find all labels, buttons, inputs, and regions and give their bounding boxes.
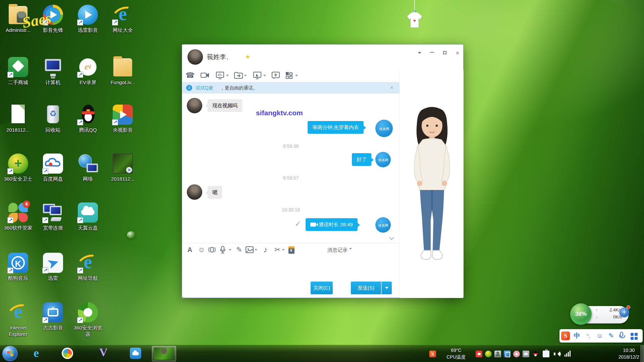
camera-icon[interactable] xyxy=(523,351,529,357)
desktop-icon-ev[interactable]: ev EV录屏 xyxy=(72,56,104,85)
screenshot-icon[interactable]: ✂ xyxy=(273,246,282,254)
qmic-link[interactable]: 试试Q麦 xyxy=(196,82,213,94)
input-toolbar: A ☺ ✎ ♪ ✂ 消息记录 xyxy=(182,243,399,256)
minimize-button[interactable] xyxy=(427,49,437,57)
volume-icon[interactable] xyxy=(553,351,560,357)
desktop-icon-video-file[interactable]: 2018112... xyxy=(107,153,139,182)
desktop-icon-ie[interactable]: e Internet Explorer xyxy=(2,302,34,337)
self-avatar[interactable]: 借条网 xyxy=(375,217,391,233)
notification-dot xyxy=(627,305,630,309)
desktop-icon-url-nav[interactable]: e 网址导航 xyxy=(72,252,104,281)
message-input[interactable] xyxy=(182,257,399,282)
taskbar-cloud-app-icon[interactable] xyxy=(130,348,143,360)
send-button[interactable]: 发送(S) xyxy=(351,282,381,294)
memory-ball[interactable]: 38% xyxy=(570,303,592,325)
red-packet-icon[interactable] xyxy=(288,246,294,254)
jiji-icon xyxy=(42,302,64,323)
start-button[interactable] xyxy=(2,346,18,361)
apps-grid-icon[interactable] xyxy=(285,71,295,80)
window-menu-button[interactable] xyxy=(415,49,425,57)
desktop-icon-baidu-netdisk[interactable]: 百度网盘 xyxy=(37,153,69,182)
chinese-mode-icon[interactable]: 中 xyxy=(572,331,582,341)
emoticon-icon[interactable]: ☺ xyxy=(197,246,206,254)
emoji-icon[interactable]: ☺ xyxy=(595,331,604,341)
taskbar-sogou-browser-icon[interactable] xyxy=(62,348,74,360)
file-transfer-icon[interactable] xyxy=(234,71,244,80)
desktop-icon-secondhand-mall[interactable]: 二手商城 xyxy=(2,56,34,85)
voice-call-icon[interactable]: ☎ xyxy=(185,71,196,80)
mall-icon xyxy=(7,56,29,78)
video-call-icon[interactable] xyxy=(200,71,210,80)
taskbar-ie-icon[interactable]: e xyxy=(34,346,46,359)
self-avatar[interactable]: 借条网 xyxy=(375,120,393,137)
taskbar-v-app-icon[interactable]: V xyxy=(99,346,112,359)
desktop-icon-xunlei-player[interactable]: 迅雷影音 xyxy=(72,4,104,33)
handwriting-icon[interactable]: ✎ xyxy=(234,246,244,254)
pc-manager-icon[interactable] xyxy=(504,351,511,357)
xunlei-icon: ➤ xyxy=(42,252,64,274)
toolbox-icon[interactable] xyxy=(629,331,639,341)
call-message[interactable]: 通话时长 28:49 xyxy=(306,218,358,231)
desktop-icon-cctv[interactable]: 央视影音 xyxy=(107,104,139,133)
desktop-icon-fungo[interactable]: FungoLiv... xyxy=(107,56,139,85)
handwrite-icon[interactable]: ✎ xyxy=(606,331,616,341)
notice-bar: i 试试Q麦 ，更自由的通话。 × xyxy=(182,82,399,94)
megaphone-icon[interactable] xyxy=(476,351,482,357)
peer-avatar[interactable] xyxy=(187,49,203,65)
window-shake-icon[interactable] xyxy=(208,246,217,254)
desktop-icon-url-daquan[interactable]: e 网址大全 xyxy=(107,4,139,33)
desktop-icon-360-safe[interactable]: + 360安全卫士 xyxy=(2,153,34,182)
image-icon[interactable] xyxy=(245,246,255,254)
maximize-button[interactable] xyxy=(440,49,450,57)
desktop-icon-qq[interactable]: 腾讯QQ xyxy=(72,104,104,133)
show-desktop-button[interactable] xyxy=(641,345,644,362)
tray-sogou-icon[interactable]: S xyxy=(429,351,436,357)
send-options-caret[interactable] xyxy=(381,282,392,294)
desktop-icon-broadband[interactable]: 宽带连接 xyxy=(37,202,69,231)
sogou-logo-icon[interactable]: S xyxy=(561,331,570,340)
desktop-icon-recycle-bin[interactable]: ♻ 回收站 xyxy=(37,104,69,133)
create-group-icon[interactable] xyxy=(271,71,281,80)
network-signal-icon[interactable] xyxy=(564,351,571,357)
360-ball-icon[interactable] xyxy=(485,351,492,357)
peer-message-avatar[interactable] xyxy=(187,184,202,200)
desktop-icon-computer[interactable]: 计算机 xyxy=(37,56,69,85)
desktop-icon-360-browser[interactable]: 360安全浏览器 xyxy=(72,302,104,337)
notice-close-icon[interactable]: × xyxy=(390,82,393,94)
timestamp: 9:59:57 xyxy=(182,175,399,181)
desktop-icon-kugou[interactable]: K 酷狗音乐 xyxy=(2,252,34,281)
window-titlebar[interactable]: 莪姓李、 ★ × xyxy=(182,45,463,70)
button-row: 关闭(C) 发送(S) xyxy=(182,282,399,298)
close-button[interactable]: × xyxy=(452,49,463,57)
desktop-icon-360-software[interactable]: 8 360软件管家 xyxy=(2,202,34,231)
scroll-to-bottom-icon[interactable] xyxy=(389,235,394,240)
music-icon[interactable]: ♪ xyxy=(261,246,270,254)
message-history-button[interactable]: 消息记录 xyxy=(327,247,352,253)
desktop-icon-text-document[interactable]: 2018112... xyxy=(2,104,34,133)
font-icon[interactable]: A xyxy=(185,246,195,254)
flower-icon[interactable] xyxy=(513,351,520,357)
peer-message-avatar[interactable] xyxy=(187,98,202,113)
punctuation-icon[interactable]: °, xyxy=(584,331,593,341)
desktop-icon-network[interactable]: 网络 xyxy=(72,153,104,182)
desktop-icon-jiji-player[interactable]: 吉吉影音 xyxy=(37,302,69,331)
info-icon: i xyxy=(186,85,192,91)
power-plug-icon[interactable] xyxy=(543,351,549,357)
qq-tray-icon[interactable] xyxy=(532,351,539,357)
voice-input-icon[interactable] xyxy=(620,332,623,337)
chat-toolbar: ☎ xyxy=(182,70,399,82)
message-list[interactable]: 现在视频吗 sifangktv.com 等两分钟,先穿着内衣 借条网 9:59:… xyxy=(182,94,399,243)
contacts-icon[interactable] xyxy=(494,351,501,357)
desktop-icon-xunlei[interactable]: ➤ 迅雷 xyxy=(37,252,69,281)
desktop-icon-tianyi[interactable]: 天翼云盘 xyxy=(72,202,104,231)
voice-message-icon[interactable] xyxy=(219,246,229,254)
remote-desktop-icon[interactable] xyxy=(253,71,263,80)
chat-watermark: sifangktv.com xyxy=(256,109,303,117)
screen-share-icon[interactable] xyxy=(216,71,226,80)
taskbar-active-window[interactable] xyxy=(152,346,176,361)
close-chat-button[interactable]: 关闭(C) xyxy=(311,282,333,294)
clock[interactable]: 10:302018/12/2 xyxy=(619,347,639,360)
ie-icon: e xyxy=(112,4,133,25)
qq-chat-window: 莪姓李、 ★ × ☎ i 试试Q麦 ，更自由的通话。 × 现在视频吗 sifan… xyxy=(182,44,464,298)
self-avatar[interactable]: 借条网 xyxy=(375,152,391,167)
